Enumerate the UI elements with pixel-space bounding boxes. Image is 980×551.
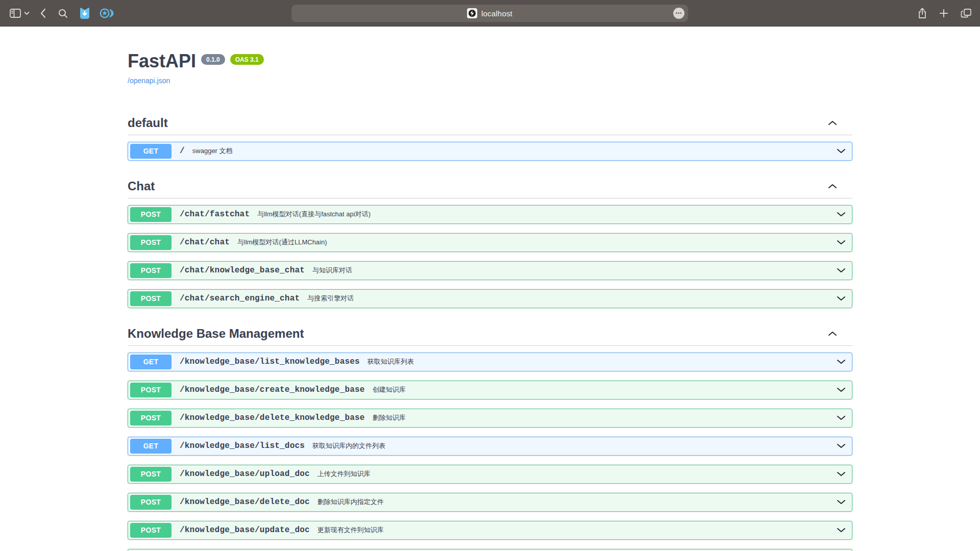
swagger-page: FastAPI 0.1.0 OAS 3.1 /openapi.json defa… (0, 27, 980, 551)
method-badge: POST (130, 411, 172, 425)
page-menu-icon[interactable]: ••• (673, 8, 684, 19)
endpoint-summary: 与llm模型对话(通过LLMChain) (237, 238, 327, 247)
endpoint-row[interactable]: POST /knowledge_base/recreate_vector_sto… (128, 549, 852, 551)
method-badge: POST (130, 523, 172, 538)
endpoint-summary: 创建知识库 (373, 385, 406, 394)
endpoint-summary: 删除知识库内指定文件 (317, 497, 384, 507)
endpoint-row[interactable]: POST /chat/knowledge_base_chat 与知识库对话 (128, 261, 852, 280)
api-info: FastAPI 0.1.0 OAS 3.1 (128, 51, 852, 71)
section-header-default[interactable]: default (128, 113, 852, 135)
endpoint-summary: 更新现有文件到知识库 (317, 525, 384, 535)
page-title: FastAPI (128, 51, 196, 71)
chevron-down-icon[interactable] (837, 528, 846, 533)
browser-toolbar: localhost ••• (0, 0, 980, 27)
address-text: localhost (481, 9, 512, 18)
method-badge: POST (130, 207, 172, 222)
method-badge: POST (130, 467, 172, 482)
endpoint-summary: 与知识库对话 (312, 266, 352, 275)
chevron-down-icon[interactable] (837, 471, 846, 477)
oas-badge: OAS 3.1 (230, 54, 264, 65)
chevron-up-icon[interactable] (828, 120, 837, 126)
search-icon[interactable] (58, 9, 68, 18)
endpoint-row[interactable]: POST /knowledge_base/delete_doc 删除知识库内指定… (128, 493, 852, 512)
section-title: Knowledge Base Management (128, 327, 304, 341)
endpoint-summary: 删除知识库 (373, 413, 406, 422)
site-favicon (467, 8, 477, 18)
section-ops-default: GET / swagger 文档 (128, 135, 852, 161)
endpoint-path: /knowledge_base/update_doc (180, 525, 310, 535)
method-badge: POST (130, 383, 172, 397)
method-badge: GET (130, 439, 172, 454)
endpoint-summary: 与llm模型对话(直接与fastchat api对话) (257, 210, 371, 219)
endpoint-summary: 与搜索引擎对话 (307, 294, 354, 303)
endpoint-path: /knowledge_base/delete_doc (180, 497, 310, 507)
chevron-down-icon[interactable] (837, 268, 846, 273)
endpoint-row[interactable]: GET /knowledge_base/list_docs 获取知识库内的文件列… (128, 437, 852, 456)
endpoint-row[interactable]: POST /chat/fastchat 与llm模型对话(直接与fastchat… (128, 205, 852, 224)
back-icon[interactable] (40, 8, 46, 18)
method-badge: GET (130, 355, 172, 369)
endpoint-row[interactable]: POST /knowledge_base/upload_doc 上传文件到知识库 (128, 465, 852, 484)
method-badge: POST (130, 235, 172, 250)
endpoint-path: /knowledge_base/delete_knowledge_base (180, 413, 365, 422)
section-ops-knowledge-base: GET /knowledge_base/list_knowledge_bases… (128, 346, 852, 551)
chevron-down-icon[interactable] (837, 359, 846, 364)
chevron-down-icon[interactable] (837, 415, 846, 420)
method-badge: GET (130, 144, 172, 159)
endpoint-path: /chat/fastchat (180, 210, 250, 219)
chevron-up-icon[interactable] (828, 184, 837, 189)
sidebar-chevron-down-icon[interactable] (24, 11, 30, 15)
method-badge: POST (130, 263, 172, 278)
section-header-chat[interactable]: Chat (128, 176, 852, 198)
openapi-spec-link[interactable]: /openapi.json (128, 77, 170, 85)
chevron-down-icon[interactable] (837, 387, 846, 392)
method-badge: POST (130, 291, 172, 306)
chevron-up-icon[interactable] (828, 331, 837, 336)
endpoint-row[interactable]: POST /knowledge_base/update_doc 更新现有文件到知… (128, 521, 852, 540)
tab-overview-icon[interactable] (961, 8, 972, 18)
section-title: default (128, 116, 168, 130)
endpoint-path: /knowledge_base/list_knowledge_bases (180, 357, 360, 366)
endpoint-row[interactable]: POST /chat/search_engine_chat 与搜索引擎对话 (128, 289, 852, 308)
chevron-down-icon[interactable] (837, 212, 846, 217)
share-icon[interactable] (918, 8, 927, 19)
endpoint-row[interactable]: POST /knowledge_base/delete_knowledge_ba… (128, 409, 852, 428)
section-title: Chat (128, 179, 155, 193)
chevron-down-icon[interactable] (837, 240, 846, 245)
endpoint-summary: 上传文件到知识库 (317, 469, 371, 479)
endpoint-summary: swagger 文档 (192, 146, 233, 156)
endpoint-path: / (180, 146, 185, 156)
endpoint-path: /knowledge_base/list_docs (180, 441, 305, 450)
section-ops-chat: POST /chat/fastchat 与llm模型对话(直接与fastchat… (128, 198, 852, 308)
address-bar[interactable]: localhost ••• (291, 5, 688, 22)
chevron-down-icon[interactable] (837, 499, 846, 505)
endpoint-summary: 获取知识库列表 (368, 357, 414, 366)
endpoint-path: /chat/knowledge_base_chat (180, 266, 305, 275)
chevron-down-icon[interactable] (837, 148, 846, 154)
bookmark-extension-icon[interactable] (79, 7, 90, 19)
new-tab-icon[interactable] (939, 9, 948, 18)
endpoint-summary: 获取知识库内的文件列表 (312, 441, 385, 450)
endpoint-row[interactable]: GET / swagger 文档 (128, 142, 852, 161)
version-badge: 0.1.0 (201, 54, 225, 65)
section-header-knowledge-base[interactable]: Knowledge Base Management (128, 323, 852, 346)
endpoint-path: /chat/chat (180, 238, 230, 247)
sidebar-toggle-icon[interactable] (9, 8, 21, 18)
method-badge: POST (130, 495, 172, 510)
endpoint-path: /knowledge_base/upload_doc (180, 469, 310, 479)
chevron-down-icon[interactable] (837, 296, 846, 301)
endpoint-path: /knowledge_base/create_knowledge_base (180, 385, 365, 394)
endpoint-row[interactable]: GET /knowledge_base/list_knowledge_bases… (128, 353, 852, 371)
endpoint-path: /chat/search_engine_chat (180, 294, 300, 303)
chevron-down-icon[interactable] (837, 443, 846, 448)
content-blocker-extension-icon[interactable] (100, 8, 114, 19)
endpoint-row[interactable]: POST /knowledge_base/create_knowledge_ba… (128, 381, 852, 399)
endpoint-row[interactable]: POST /chat/chat 与llm模型对话(通过LLMChain) (128, 233, 852, 252)
